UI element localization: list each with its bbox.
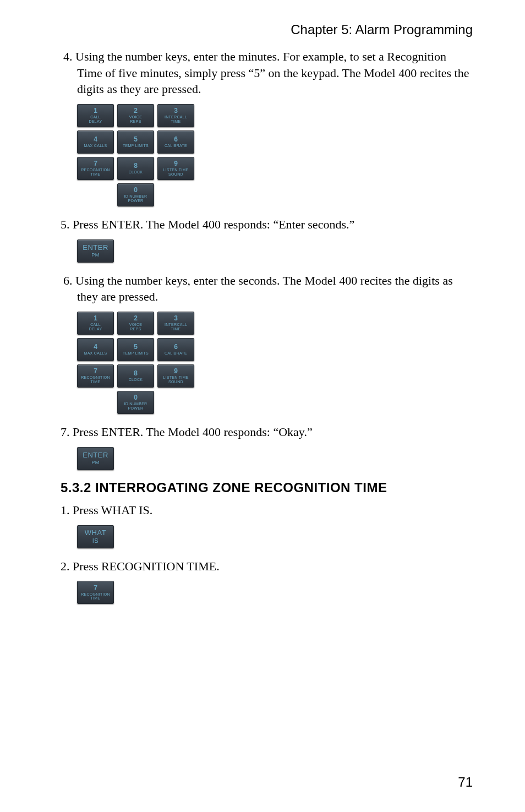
key-8b: 8CLOCK xyxy=(117,364,154,388)
keypad-2: 1CALL DELAY 2VOICE REPS 3INTERCALL TIME … xyxy=(77,312,473,414)
keypad-1: 1CALL DELAY 2VOICE REPS 3INTERCALL TIME … xyxy=(77,104,473,206)
enter-key-1: ENTER PM xyxy=(77,239,473,263)
key-3: 3INTERCALL TIME xyxy=(157,104,194,127)
key-6b: 6CALIBRATE xyxy=(157,338,194,361)
key-5: 5TEMP LIMITS xyxy=(117,130,154,154)
key-6: 6CALIBRATE xyxy=(157,130,194,154)
sub-step-1-text: 1. Press WHAT IS. xyxy=(61,502,473,519)
what-is-key: WHAT IS xyxy=(77,525,473,548)
key-3b: 3INTERCALL TIME xyxy=(157,312,194,335)
key-1b: 1CALL DELAY xyxy=(77,312,114,335)
key-9: 9LISTEN TIME SOUND xyxy=(157,157,194,180)
step-7-text: 7. Press ENTER. The Model 400 responds: … xyxy=(61,424,473,440)
step-6-text: 6. Using the number keys, enter the seco… xyxy=(61,273,473,305)
key-8: 8CLOCK xyxy=(117,157,154,180)
key-2: 2VOICE REPS xyxy=(117,104,154,127)
step-4-text: 4. Using the number keys, enter the minu… xyxy=(61,48,473,97)
page-number: 71 xyxy=(458,775,473,790)
key-1: 1CALL DELAY xyxy=(77,104,114,127)
enter-key-2: ENTER PM xyxy=(77,447,473,470)
key-4b: 4MAX CALLS xyxy=(77,338,114,361)
key-7: 7RECOGNITION TIME xyxy=(77,157,114,180)
step-5-text: 5. Press ENTER. The Model 400 responds: … xyxy=(61,216,473,233)
key-7b: 7RECOGNITION TIME xyxy=(77,364,114,388)
key-0: 0ID NUMBER POWER xyxy=(117,183,154,206)
key-5b: 5TEMP LIMITS xyxy=(117,338,154,361)
chapter-header: Chapter 5: Alarm Programming xyxy=(61,22,473,37)
key-2b: 2VOICE REPS xyxy=(117,312,154,335)
recognition-time-key: 7 RECOGNITION TIME xyxy=(77,581,473,604)
key-0b: 0ID NUMBER POWER xyxy=(117,391,154,414)
key-9b: 9LISTEN TIME SOUND xyxy=(157,364,194,388)
sub-step-2-text: 2. Press RECOGNITION TIME. xyxy=(61,558,473,575)
section-heading: 5.3.2 INTERROGATING ZONE RECOGNITION TIM… xyxy=(61,480,473,495)
key-4: 4MAX CALLS xyxy=(77,130,114,154)
